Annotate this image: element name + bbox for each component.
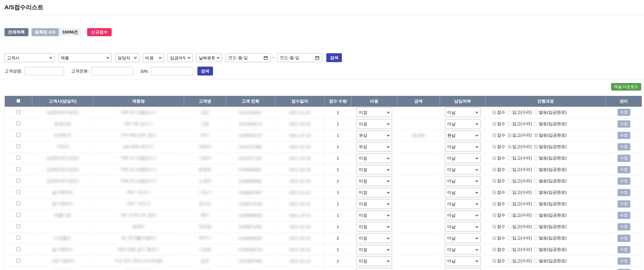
calendar-icon[interactable] <box>315 56 319 60</box>
payment-select[interactable]: 미납 <box>445 108 481 117</box>
product-select[interactable]: 제품 <box>58 53 112 62</box>
edit-button[interactable]: 수정 <box>618 177 630 185</box>
new-receipt-button[interactable]: 신규접수 <box>87 28 112 36</box>
cost-select[interactable]: 미정 <box>356 108 392 117</box>
edit-button[interactable]: 수정 <box>618 132 630 139</box>
payment-select[interactable]: 미납 <box>445 199 481 209</box>
cost-select[interactable]: 미정 <box>356 245 392 254</box>
row-checkbox[interactable] <box>16 190 20 194</box>
manager-select[interactable]: 담당자 <box>115 53 139 62</box>
cost-select[interactable]: 미정 <box>356 199 392 209</box>
payment-select[interactable]: 미납 <box>445 256 481 266</box>
cost-select[interactable]: 유상 <box>356 131 392 140</box>
cost-select[interactable]: 유상 <box>356 131 392 140</box>
row-checkbox[interactable] <box>16 247 20 251</box>
payment-select[interactable]: 미납 <box>445 188 481 197</box>
row-checkbox[interactable] <box>16 213 20 217</box>
cost-select[interactable]: 미정 <box>356 119 392 129</box>
all-list-button[interactable]: 전체목록 <box>4 28 28 36</box>
cost-select[interactable]: 비용 <box>143 53 164 62</box>
cost-select[interactable]: 미정 <box>356 233 392 243</box>
edit-button[interactable]: 수정 <box>618 120 630 128</box>
payment-select[interactable]: 미납 <box>445 119 481 129</box>
row-checkbox[interactable] <box>16 259 20 262</box>
cost-select[interactable]: 미정 <box>356 256 392 266</box>
payment-select[interactable]: 미납 <box>445 233 481 243</box>
search-button-2[interactable]: 검색 <box>197 67 213 76</box>
edit-button[interactable]: 수정 <box>618 235 630 242</box>
customer-phone-input[interactable] <box>91 67 133 75</box>
cost-select[interactable]: 미정 <box>356 119 392 129</box>
payment-select[interactable]: 미납 <box>445 154 481 163</box>
cost-select[interactable]: 미정 <box>356 245 392 254</box>
row-checkbox[interactable] <box>16 179 20 183</box>
product-select[interactable]: 제품 <box>58 53 112 62</box>
payment-select[interactable]: 미납 <box>445 108 481 117</box>
payment-select[interactable]: 미납 <box>445 245 481 254</box>
cost-select[interactable]: 미정 <box>356 199 392 209</box>
edit-button[interactable]: 수정 <box>618 143 630 150</box>
customer-company-select[interactable]: 고객사 <box>4 53 55 62</box>
row-checkbox[interactable] <box>16 167 20 171</box>
cost-select[interactable]: 미정 <box>356 211 392 220</box>
payment-select[interactable]: 미납 <box>445 222 481 232</box>
cost-select[interactable]: 미정 <box>356 188 392 197</box>
payment-select[interactable]: 미납 <box>445 176 481 186</box>
serial-number-input[interactable] <box>151 67 193 75</box>
edit-button[interactable]: 수정 <box>618 223 630 230</box>
cost-select[interactable]: 미정 <box>356 176 392 186</box>
end-date-input[interactable]: 연도-월-일 <box>277 53 322 62</box>
payment-select[interactable]: 미납 <box>445 142 481 152</box>
payment-select[interactable]: 미납 <box>445 165 481 174</box>
cost-select[interactable]: 미정 <box>356 222 392 232</box>
payment-select[interactable]: 미납 <box>445 256 481 266</box>
edit-button[interactable]: 수정 <box>618 246 630 253</box>
payment-select[interactable]: 미납 <box>445 245 481 254</box>
deposit-select[interactable]: 입금여부 <box>168 53 193 62</box>
edit-button[interactable]: 수정 <box>618 166 630 173</box>
cost-select[interactable]: 미정 <box>356 233 392 243</box>
payment-select[interactable]: 완납 <box>445 131 481 140</box>
edit-button[interactable]: 수정 <box>618 200 630 208</box>
select-all-checkbox[interactable] <box>16 99 20 103</box>
cost-select[interactable]: 미정 <box>356 211 392 220</box>
payment-select[interactable]: 미납 <box>445 154 481 163</box>
deposit-select[interactable]: 입금여부 <box>168 53 193 62</box>
cost-select[interactable]: 무상 <box>356 142 392 152</box>
customer-name-input[interactable] <box>25 67 64 75</box>
cost-select[interactable]: 미정 <box>356 222 392 232</box>
cost-select[interactable]: 미정 <box>356 268 392 270</box>
date-type-select[interactable]: 날짜분류 <box>196 53 222 62</box>
payment-select[interactable]: 완납 <box>445 131 481 140</box>
row-checkbox[interactable] <box>16 156 20 160</box>
cost-select[interactable]: 미정 <box>356 165 392 174</box>
payment-select[interactable]: 미납 <box>445 142 481 152</box>
registered-as-button[interactable]: 등록된 A/S <box>31 28 59 36</box>
date-type-select[interactable]: 날짜분류 <box>196 53 222 62</box>
cost-select[interactable]: 미정 <box>356 256 392 266</box>
manager-select[interactable]: 담당자 <box>115 53 139 62</box>
cost-select[interactable]: 미정 <box>356 108 392 117</box>
payment-select[interactable]: 미납 <box>445 119 481 129</box>
row-checkbox[interactable] <box>16 201 20 205</box>
payment-select[interactable]: 미납 <box>445 188 481 197</box>
payment-select[interactable]: 미납 <box>445 268 481 270</box>
cost-select[interactable]: 미정 <box>356 188 392 197</box>
payment-select[interactable]: 미납 <box>445 233 481 243</box>
row-checkbox[interactable] <box>16 144 20 148</box>
row-checkbox[interactable] <box>16 110 20 114</box>
cost-select[interactable]: 미정 <box>356 176 392 186</box>
row-checkbox[interactable] <box>16 236 20 240</box>
edit-button[interactable]: 수정 <box>618 155 630 162</box>
search-button[interactable]: 검색 <box>326 53 342 62</box>
row-checkbox[interactable] <box>16 224 20 228</box>
cost-select[interactable]: 비용 <box>143 53 164 62</box>
payment-select[interactable]: 미납 <box>445 211 481 220</box>
edit-button[interactable]: 수정 <box>618 212 630 219</box>
row-checkbox[interactable] <box>16 121 20 125</box>
calendar-icon[interactable] <box>264 56 268 60</box>
payment-select[interactable]: 미납 <box>445 199 481 209</box>
customer-company-select[interactable]: 고객사 <box>4 53 55 62</box>
cost-select[interactable]: 미정 <box>356 165 392 174</box>
payment-select[interactable]: 미납 <box>445 268 481 270</box>
